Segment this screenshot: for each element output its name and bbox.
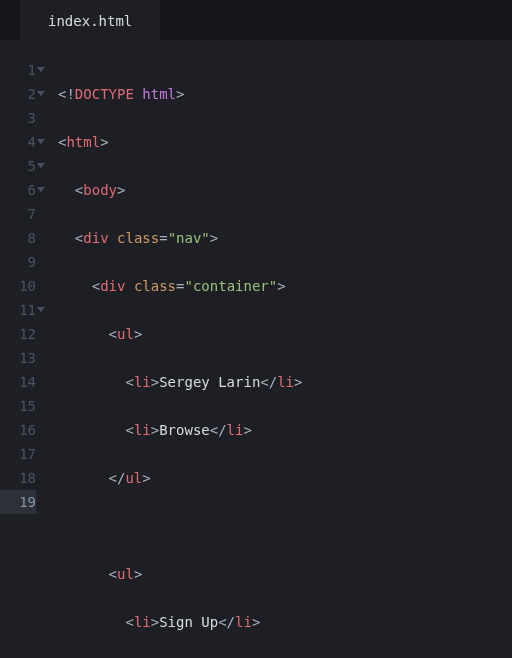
code-line[interactable]: <li>Browse</li> — [58, 418, 512, 442]
line-number[interactable]: 4 — [0, 130, 36, 154]
line-number[interactable]: 14 — [0, 370, 36, 394]
code-line[interactable]: <ul> — [58, 322, 512, 346]
line-number[interactable]: 19 — [0, 490, 36, 514]
line-number[interactable]: 15 — [0, 394, 36, 418]
gutter: 1 2 3 4 5 6 7 8 9 10 11 12 13 14 15 16 1… — [0, 58, 50, 658]
code-line[interactable]: <body> — [58, 178, 512, 202]
code-area[interactable]: <!DOCTYPE html> <html> <body> <div class… — [50, 58, 512, 658]
code-line[interactable]: <li>Sergey Larin</li> — [58, 370, 512, 394]
line-number[interactable]: 18 — [0, 466, 36, 490]
line-number[interactable]: 2 — [0, 82, 36, 106]
code-line[interactable]: <div class="nav"> — [58, 226, 512, 250]
code-line[interactable]: <div class="container"> — [58, 274, 512, 298]
line-number[interactable]: 13 — [0, 346, 36, 370]
line-number[interactable]: 10 — [0, 274, 36, 298]
line-number[interactable]: 12 — [0, 322, 36, 346]
line-number[interactable]: 17 — [0, 442, 36, 466]
tab-index-html[interactable]: index.html — [20, 0, 160, 40]
code-line[interactable]: <html> — [58, 130, 512, 154]
line-number[interactable]: 7 — [0, 202, 36, 226]
line-number[interactable]: 1 — [0, 58, 36, 82]
line-number[interactable]: 8 — [0, 226, 36, 250]
code-line[interactable]: <ul> — [58, 562, 512, 586]
code-editor[interactable]: 1 2 3 4 5 6 7 8 9 10 11 12 13 14 15 16 1… — [0, 40, 512, 658]
tab-label: index.html — [48, 13, 132, 29]
line-number[interactable]: 9 — [0, 250, 36, 274]
editor-tabbar: index.html — [0, 0, 512, 40]
code-line[interactable]: </ul> — [58, 466, 512, 490]
line-number[interactable]: 11 — [0, 298, 36, 322]
line-number[interactable]: 3 — [0, 106, 36, 130]
line-number[interactable]: 5 — [0, 154, 36, 178]
code-line[interactable]: <!DOCTYPE html> — [58, 82, 512, 106]
line-number[interactable]: 16 — [0, 418, 36, 442]
line-number[interactable]: 6 — [0, 178, 36, 202]
code-line[interactable] — [58, 514, 512, 538]
code-line[interactable]: <li>Sign Up</li> — [58, 610, 512, 634]
